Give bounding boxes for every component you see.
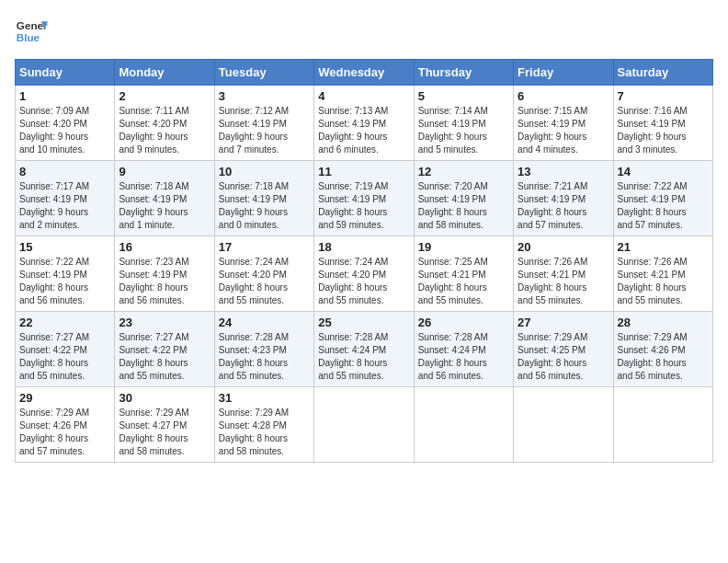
column-header-monday: Monday [115, 60, 214, 86]
calendar-table: SundayMondayTuesdayWednesdayThursdayFrid… [15, 59, 713, 463]
cell-sun-info: Sunrise: 7:20 AM Sunset: 4:19 PM Dayligh… [418, 180, 509, 232]
calendar-cell: 10Sunrise: 7:18 AM Sunset: 4:19 PM Dayli… [214, 161, 313, 236]
day-number: 9 [119, 165, 210, 178]
column-header-wednesday: Wednesday [314, 60, 414, 86]
day-number: 24 [219, 316, 310, 329]
calendar-cell: 20Sunrise: 7:26 AM Sunset: 4:21 PM Dayli… [514, 236, 613, 312]
column-header-saturday: Saturday [613, 60, 712, 86]
cell-sun-info: Sunrise: 7:16 AM Sunset: 4:19 PM Dayligh… [618, 105, 709, 156]
logo: General Blue [15, 15, 48, 48]
day-number: 27 [518, 316, 609, 329]
day-number: 31 [219, 391, 310, 405]
calendar-cell: 3Sunrise: 7:12 AM Sunset: 4:19 PM Daylig… [214, 86, 313, 161]
calendar-cell: 12Sunrise: 7:20 AM Sunset: 4:19 PM Dayli… [414, 161, 513, 236]
calendar-cell: 7Sunrise: 7:16 AM Sunset: 4:19 PM Daylig… [613, 86, 712, 161]
calendar-cell: 25Sunrise: 7:28 AM Sunset: 4:24 PM Dayli… [314, 312, 414, 387]
cell-sun-info: Sunrise: 7:29 AM Sunset: 4:27 PM Dayligh… [119, 407, 210, 458]
page-header: General Blue [15, 15, 713, 48]
column-header-tuesday: Tuesday [214, 60, 313, 86]
svg-text:Blue: Blue [17, 31, 40, 43]
day-number: 1 [19, 89, 110, 103]
day-number: 11 [318, 165, 409, 178]
day-number: 8 [19, 165, 110, 178]
cell-sun-info: Sunrise: 7:24 AM Sunset: 4:20 PM Dayligh… [318, 256, 409, 307]
cell-sun-info: Sunrise: 7:27 AM Sunset: 4:22 PM Dayligh… [119, 331, 210, 383]
cell-sun-info: Sunrise: 7:15 AM Sunset: 4:19 PM Dayligh… [518, 105, 609, 156]
calendar-cell [314, 387, 414, 463]
logo-icon: General Blue [15, 15, 48, 48]
calendar-cell: 26Sunrise: 7:28 AM Sunset: 4:24 PM Dayli… [414, 312, 513, 387]
day-number: 19 [418, 240, 509, 254]
cell-sun-info: Sunrise: 7:11 AM Sunset: 4:20 PM Dayligh… [119, 105, 210, 156]
cell-sun-info: Sunrise: 7:29 AM Sunset: 4:28 PM Dayligh… [219, 407, 310, 458]
calendar-cell: 29Sunrise: 7:29 AM Sunset: 4:26 PM Dayli… [16, 387, 115, 463]
cell-sun-info: Sunrise: 7:26 AM Sunset: 4:21 PM Dayligh… [618, 256, 709, 307]
day-number: 26 [418, 316, 509, 329]
day-number: 12 [418, 165, 509, 178]
day-number: 20 [518, 240, 609, 254]
calendar-cell: 15Sunrise: 7:22 AM Sunset: 4:19 PM Dayli… [16, 236, 115, 312]
calendar-cell: 24Sunrise: 7:28 AM Sunset: 4:23 PM Dayli… [214, 312, 313, 387]
day-number: 15 [19, 240, 110, 254]
day-number: 5 [418, 89, 509, 103]
cell-sun-info: Sunrise: 7:28 AM Sunset: 4:24 PM Dayligh… [418, 331, 509, 383]
cell-sun-info: Sunrise: 7:17 AM Sunset: 4:19 PM Dayligh… [19, 180, 110, 232]
cell-sun-info: Sunrise: 7:29 AM Sunset: 4:25 PM Dayligh… [518, 331, 609, 383]
calendar-week-row: 29Sunrise: 7:29 AM Sunset: 4:26 PM Dayli… [16, 387, 713, 463]
cell-sun-info: Sunrise: 7:27 AM Sunset: 4:22 PM Dayligh… [19, 331, 110, 383]
calendar-cell: 17Sunrise: 7:24 AM Sunset: 4:20 PM Dayli… [214, 236, 313, 312]
day-number: 4 [318, 89, 409, 103]
day-number: 13 [518, 165, 609, 178]
calendar-cell: 9Sunrise: 7:18 AM Sunset: 4:19 PM Daylig… [115, 161, 214, 236]
day-number: 21 [618, 240, 709, 254]
cell-sun-info: Sunrise: 7:18 AM Sunset: 4:19 PM Dayligh… [219, 180, 310, 232]
calendar-cell: 14Sunrise: 7:22 AM Sunset: 4:19 PM Dayli… [613, 161, 712, 236]
calendar-cell [514, 387, 613, 463]
calendar-cell: 23Sunrise: 7:27 AM Sunset: 4:22 PM Dayli… [115, 312, 214, 387]
calendar-cell: 6Sunrise: 7:15 AM Sunset: 4:19 PM Daylig… [514, 86, 613, 161]
calendar-cell: 30Sunrise: 7:29 AM Sunset: 4:27 PM Dayli… [115, 387, 214, 463]
column-header-friday: Friday [514, 60, 613, 86]
day-number: 28 [618, 316, 709, 329]
cell-sun-info: Sunrise: 7:23 AM Sunset: 4:19 PM Dayligh… [119, 256, 210, 307]
calendar-week-row: 8Sunrise: 7:17 AM Sunset: 4:19 PM Daylig… [16, 161, 713, 236]
calendar-header-row: SundayMondayTuesdayWednesdayThursdayFrid… [16, 60, 713, 86]
day-number: 22 [19, 316, 110, 329]
cell-sun-info: Sunrise: 7:22 AM Sunset: 4:19 PM Dayligh… [618, 180, 709, 232]
calendar-cell: 27Sunrise: 7:29 AM Sunset: 4:25 PM Dayli… [514, 312, 613, 387]
cell-sun-info: Sunrise: 7:12 AM Sunset: 4:19 PM Dayligh… [219, 105, 310, 156]
day-number: 30 [119, 391, 210, 405]
cell-sun-info: Sunrise: 7:22 AM Sunset: 4:19 PM Dayligh… [19, 256, 110, 307]
calendar-week-row: 1Sunrise: 7:09 AM Sunset: 4:20 PM Daylig… [16, 86, 713, 161]
calendar-cell: 28Sunrise: 7:29 AM Sunset: 4:26 PM Dayli… [613, 312, 712, 387]
cell-sun-info: Sunrise: 7:26 AM Sunset: 4:21 PM Dayligh… [518, 256, 609, 307]
cell-sun-info: Sunrise: 7:28 AM Sunset: 4:23 PM Dayligh… [219, 331, 310, 383]
calendar-cell: 5Sunrise: 7:14 AM Sunset: 4:19 PM Daylig… [414, 86, 513, 161]
calendar-cell: 13Sunrise: 7:21 AM Sunset: 4:19 PM Dayli… [514, 161, 613, 236]
calendar-cell: 8Sunrise: 7:17 AM Sunset: 4:19 PM Daylig… [16, 161, 115, 236]
calendar-cell: 2Sunrise: 7:11 AM Sunset: 4:20 PM Daylig… [115, 86, 214, 161]
cell-sun-info: Sunrise: 7:18 AM Sunset: 4:19 PM Dayligh… [119, 180, 210, 232]
day-number: 6 [518, 89, 609, 103]
cell-sun-info: Sunrise: 7:14 AM Sunset: 4:19 PM Dayligh… [418, 105, 509, 156]
cell-sun-info: Sunrise: 7:29 AM Sunset: 4:26 PM Dayligh… [618, 331, 709, 383]
day-number: 10 [219, 165, 310, 178]
column-header-sunday: Sunday [16, 60, 115, 86]
cell-sun-info: Sunrise: 7:19 AM Sunset: 4:19 PM Dayligh… [318, 180, 409, 232]
day-number: 7 [618, 89, 709, 103]
day-number: 3 [219, 89, 310, 103]
day-number: 16 [119, 240, 210, 254]
calendar-cell: 18Sunrise: 7:24 AM Sunset: 4:20 PM Dayli… [314, 236, 414, 312]
day-number: 17 [219, 240, 310, 254]
cell-sun-info: Sunrise: 7:09 AM Sunset: 4:20 PM Dayligh… [19, 105, 110, 156]
column-header-thursday: Thursday [414, 60, 513, 86]
calendar-cell: 11Sunrise: 7:19 AM Sunset: 4:19 PM Dayli… [314, 161, 414, 236]
calendar-week-row: 15Sunrise: 7:22 AM Sunset: 4:19 PM Dayli… [16, 236, 713, 312]
calendar-cell [414, 387, 513, 463]
calendar-week-row: 22Sunrise: 7:27 AM Sunset: 4:22 PM Dayli… [16, 312, 713, 387]
day-number: 25 [318, 316, 409, 329]
cell-sun-info: Sunrise: 7:24 AM Sunset: 4:20 PM Dayligh… [219, 256, 310, 307]
calendar-cell: 22Sunrise: 7:27 AM Sunset: 4:22 PM Dayli… [16, 312, 115, 387]
day-number: 23 [119, 316, 210, 329]
calendar-cell: 16Sunrise: 7:23 AM Sunset: 4:19 PM Dayli… [115, 236, 214, 312]
